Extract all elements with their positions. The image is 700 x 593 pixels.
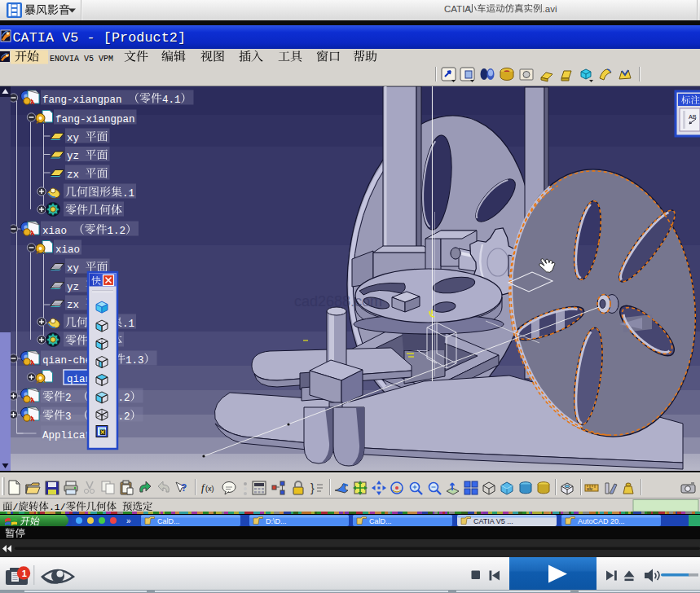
svg-text:CATIA V5 ...: CATIA V5 ... bbox=[473, 517, 513, 525]
svg-text:1: 1 bbox=[22, 569, 27, 578]
svg-text:}: } bbox=[310, 481, 315, 494]
svg-text:CATIA: CATIA bbox=[444, 4, 471, 14]
svg-text:AutoCAD 20...: AutoCAD 20... bbox=[578, 517, 625, 525]
svg-text:cad2688.com: cad2688.com bbox=[294, 293, 382, 310]
svg-text:(x): (x) bbox=[205, 485, 214, 493]
svg-text:CalD...: CalD... bbox=[157, 517, 180, 525]
svg-text:мм: мм bbox=[587, 486, 592, 491]
svg-text:»: » bbox=[126, 516, 131, 525]
svg-text:D:\D...: D:\D... bbox=[266, 517, 287, 525]
svg-text:CalD...: CalD... bbox=[369, 517, 392, 525]
svg-text:.avi: .avi bbox=[543, 4, 557, 14]
svg-text:?: ? bbox=[181, 482, 187, 494]
